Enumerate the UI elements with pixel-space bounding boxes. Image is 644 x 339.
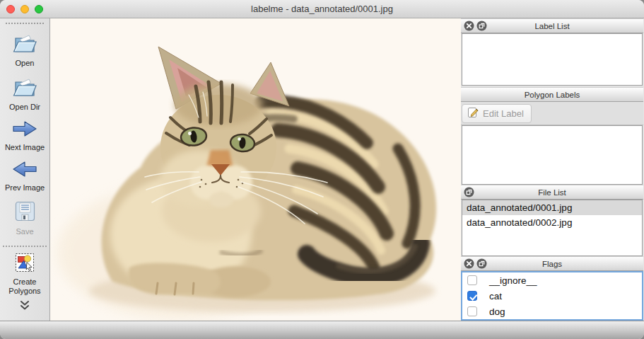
flag-label: dog bbox=[489, 306, 505, 317]
flags-title: Flags bbox=[461, 260, 643, 268]
next-image-button-label: Next Image bbox=[5, 143, 45, 152]
traffic-lights bbox=[6, 0, 43, 18]
label-list-close-icon[interactable] bbox=[464, 21, 474, 31]
flag-checkbox-cat[interactable] bbox=[467, 291, 477, 301]
image-canvas[interactable] bbox=[50, 18, 461, 321]
flag-checkbox-dog[interactable] bbox=[467, 306, 477, 316]
toolbar-overflow-button[interactable] bbox=[18, 300, 31, 314]
file-list-float-icon[interactable] bbox=[464, 187, 474, 197]
chevron-double-down-icon bbox=[18, 301, 31, 313]
label-list-float-icon[interactable] bbox=[476, 21, 487, 31]
close-window-button[interactable] bbox=[6, 5, 15, 13]
flag-label: cat bbox=[489, 291, 502, 301]
polygon-labels-toolbar: Edit Label bbox=[461, 102, 643, 125]
flag-row[interactable]: dog bbox=[462, 304, 642, 319]
file-list-item[interactable]: data_annotated/0001.jpg bbox=[462, 200, 642, 215]
create-polygons-icon bbox=[15, 253, 35, 275]
polygon-labels-header[interactable]: Polygon Labels bbox=[461, 87, 643, 102]
label-list-header[interactable]: Label List bbox=[461, 18, 643, 33]
open-dir-button[interactable]: Open Dir bbox=[9, 76, 40, 112]
flags-list: __ignore__ cat dog bbox=[461, 271, 643, 321]
floppy-disk-icon bbox=[14, 200, 36, 225]
file-list: data_annotated/0001.jpg data_annotated/0… bbox=[462, 200, 643, 256]
open-dir-button-label: Open Dir bbox=[9, 103, 40, 112]
arrow-left-icon bbox=[11, 160, 38, 181]
label-list-title: Label List bbox=[461, 22, 643, 30]
flags-close-icon[interactable] bbox=[464, 258, 474, 269]
label-list[interactable] bbox=[462, 33, 643, 86]
open-dir-folder-icon bbox=[13, 76, 37, 100]
zoom-window-button[interactable] bbox=[35, 5, 43, 13]
prev-image-button-label: Prev Image bbox=[5, 183, 45, 193]
create-polygons-button[interactable]: Create Polygons bbox=[8, 253, 40, 296]
edit-label-button[interactable]: Edit Label bbox=[462, 104, 532, 123]
title-bar: labelme - data_annotated/0001.jpg bbox=[0, 0, 644, 18]
status-bar bbox=[0, 321, 644, 339]
prev-image-button[interactable]: Prev Image bbox=[5, 160, 45, 193]
window-title: labelme - data_annotated/0001.jpg bbox=[251, 4, 393, 14]
open-button-label: Open bbox=[16, 59, 35, 68]
edit-label-button-text: Edit Label bbox=[483, 108, 524, 119]
toolbar-separator bbox=[3, 246, 47, 247]
arrow-right-icon bbox=[11, 120, 38, 141]
next-image-button[interactable]: Next Image bbox=[5, 120, 45, 152]
save-button[interactable]: Save bbox=[14, 200, 36, 236]
save-button-label: Save bbox=[16, 227, 33, 236]
file-list-title: File List bbox=[461, 188, 643, 197]
minimize-window-button[interactable] bbox=[21, 5, 29, 13]
right-dock: Label List Polygon Labels Edit Label bbox=[461, 18, 643, 321]
flags-header[interactable]: Flags bbox=[461, 256, 643, 271]
toolbar: Open Open Dir bbox=[0, 18, 50, 321]
open-button[interactable]: Open bbox=[13, 32, 37, 68]
file-list-header[interactable]: File List bbox=[461, 185, 643, 200]
file-list-item[interactable]: data_annotated/0002.jpg bbox=[462, 215, 642, 230]
flag-label: __ignore__ bbox=[489, 275, 537, 286]
annotated-image bbox=[50, 18, 461, 321]
polygon-labels-title: Polygon Labels bbox=[461, 91, 643, 99]
create-polygons-button-label: Create Polygons bbox=[8, 277, 40, 296]
flag-row[interactable]: cat bbox=[462, 288, 642, 304]
flag-checkbox-ignore[interactable] bbox=[467, 275, 477, 285]
flag-row[interactable]: __ignore__ bbox=[462, 272, 642, 288]
flags-float-icon[interactable] bbox=[476, 258, 487, 269]
edit-label-icon bbox=[467, 107, 479, 120]
labelme-window: labelme - data_annotated/0001.jpg Open bbox=[0, 0, 644, 339]
open-folder-icon bbox=[13, 32, 37, 57]
toolbar-drag-handle[interactable] bbox=[6, 23, 44, 24]
polygon-labels-list[interactable] bbox=[462, 125, 643, 185]
